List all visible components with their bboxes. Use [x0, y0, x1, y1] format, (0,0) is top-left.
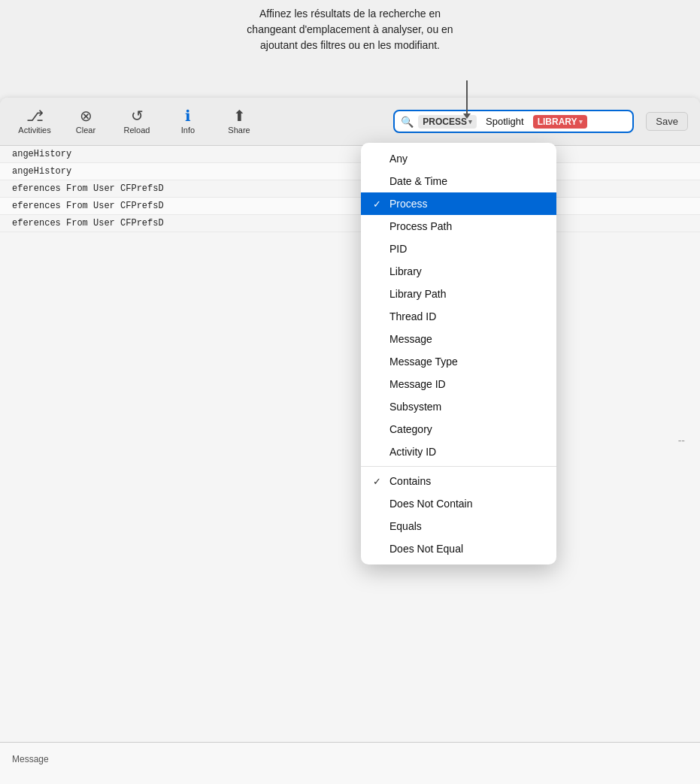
dropdown-item-label: Message	[389, 333, 432, 345]
spotlight-token-label: Spotlight	[486, 116, 524, 127]
tooltip-arrow	[466, 80, 468, 114]
spotlight-token[interactable]: Spotlight	[481, 114, 529, 129]
share-icon: ⬆	[233, 108, 246, 123]
log-row: eferences From User CFPrefsD	[0, 198, 700, 215]
check-icon: ✓	[373, 198, 383, 210]
dropdown-item-label: Activity ID	[389, 446, 436, 458]
share-label: Share	[228, 126, 250, 135]
dropdown-item-library[interactable]: Library	[361, 260, 556, 283]
dropdown-item-label: Thread ID	[389, 310, 436, 322]
dropdown-item-label: Category	[389, 423, 432, 435]
dropdown-item-label: Does Not Contain	[389, 498, 473, 510]
toolbar: ⎇ Activities ⊗ Clear ↺ Reload ℹ Info ⬆ S…	[0, 98, 700, 146]
dropdown-item-label: Does Not Equal	[389, 543, 463, 555]
info-label: Info	[181, 126, 195, 135]
detail-pane: Message	[0, 742, 700, 784]
dropdown-item-process[interactable]: ✓Process	[361, 192, 556, 215]
dropdown-item-label: Any	[389, 153, 408, 165]
dropdown-item-library-path[interactable]: Library Path	[361, 283, 556, 305]
library-chevron-icon: ▾	[579, 118, 583, 126]
dropdown-item-label: Library	[389, 265, 422, 277]
clear-icon: ⊗	[80, 108, 92, 123]
search-icon: 🔍	[401, 116, 414, 128]
dropdown-item-label: Contains	[389, 475, 431, 487]
dropdown-item-label: Date & Time	[389, 175, 447, 187]
dropdown-item-label: Message ID	[389, 378, 446, 390]
info-button[interactable]: ℹ Info	[165, 105, 211, 138]
activities-icon: ⎇	[26, 108, 44, 123]
reload-button[interactable]: ↺ Reload	[114, 105, 159, 138]
share-button[interactable]: ⬆ Share	[217, 105, 262, 138]
dropdown-item-any[interactable]: Any	[361, 147, 556, 170]
dropdown-item-label: PID	[389, 243, 407, 255]
library-token-label: LIBRARY	[538, 117, 577, 127]
clear-label: Clear	[76, 126, 95, 135]
dropdown-item-label: Process Path	[389, 220, 452, 232]
log-row: angeHistory	[0, 163, 700, 180]
dropdown-item-equals[interactable]: Equals	[361, 515, 556, 537]
clear-button[interactable]: ⊗ Clear	[63, 105, 108, 138]
dropdown-menu: AnyDate & Time✓ProcessProcess PathPIDLib…	[361, 143, 556, 565]
dropdown-item-message-id[interactable]: Message ID	[361, 373, 556, 395]
dropdown-filter-section: ✓ContainsDoes Not ContainEqualsDoes Not …	[361, 470, 556, 560]
dropdown-item-label: Subsystem	[389, 401, 441, 413]
dropdown-item-activity-id[interactable]: Activity ID	[361, 440, 556, 463]
dropdown-item-message-type[interactable]: Message Type	[361, 350, 556, 373]
dropdown-item-does-not-contain[interactable]: Does Not Contain	[361, 492, 556, 515]
activities-label: Activities	[18, 126, 50, 135]
detail-label: Message	[12, 754, 49, 764]
dropdown-field-section: AnyDate & Time✓ProcessProcess PathPIDLib…	[361, 147, 556, 463]
dropdown-item-contains[interactable]: ✓Contains	[361, 470, 556, 492]
process-chevron-icon: ▾	[468, 118, 472, 126]
log-row: angeHistory	[0, 146, 700, 163]
process-token-label: PROCESS	[423, 117, 467, 127]
dropdown-item-message[interactable]: Message	[361, 328, 556, 350]
dropdown-item-category[interactable]: Category	[361, 418, 556, 440]
main-window: ⎇ Activities ⊗ Clear ↺ Reload ℹ Info ⬆ S…	[0, 98, 700, 784]
log-table: angeHistory angeHistory eferences From U…	[0, 146, 700, 742]
dropdown-item-datetime[interactable]: Date & Time	[361, 170, 556, 192]
dropdown-item-subsystem[interactable]: Subsystem	[361, 395, 556, 418]
dropdown-item-thread-id[interactable]: Thread ID	[361, 305, 556, 328]
dropdown-item-label: Library Path	[389, 288, 446, 300]
dropdown-item-label: Process	[389, 198, 428, 210]
check-icon: ✓	[373, 476, 383, 487]
log-row: eferences From User CFPrefsD	[0, 215, 700, 232]
search-bar[interactable]: 🔍 PROCESS ▾ Spotlight LIBRARY ▾	[393, 110, 634, 133]
dash-area: --	[678, 434, 685, 446]
save-button[interactable]: Save	[646, 112, 688, 131]
log-row: eferences From User CFPrefsD	[0, 180, 700, 198]
dropdown-item-label: Message Type	[389, 356, 458, 368]
dropdown-item-does-not-equal[interactable]: Does Not Equal	[361, 537, 556, 560]
library-token[interactable]: LIBRARY ▾	[533, 115, 587, 129]
dropdown-item-label: Equals	[389, 520, 422, 532]
activities-button[interactable]: ⎇ Activities	[12, 105, 57, 138]
tooltip-text: Affinez les résultats de la recherche en…	[192, 6, 508, 53]
dropdown-item-pid[interactable]: PID	[361, 238, 556, 260]
dropdown-item-process-path[interactable]: Process Path	[361, 215, 556, 238]
dropdown-separator	[361, 466, 556, 467]
content-area: angeHistory angeHistory eferences From U…	[0, 146, 700, 784]
reload-icon: ↺	[131, 108, 144, 123]
info-icon: ℹ	[185, 108, 191, 123]
reload-label: Reload	[124, 126, 150, 135]
